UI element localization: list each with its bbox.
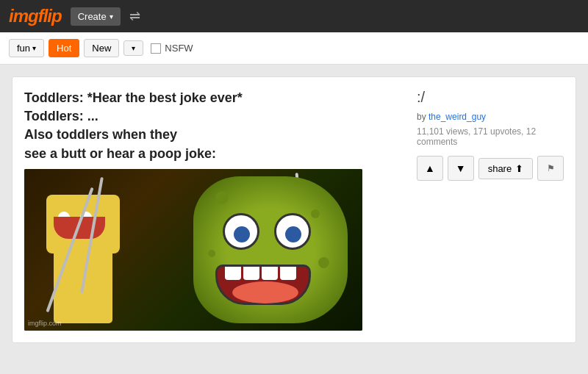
share-icon: ⬆ [515,163,523,174]
fun-filter-button[interactable]: fun ▾ [9,39,44,57]
meme-actions: ▲ ▼ share ⬆ ⚑ [417,156,564,181]
character-left [39,206,127,323]
upvote-button[interactable]: ▲ [417,156,443,181]
author-link[interactable]: the_weird_guy [429,112,486,122]
watermark: imgflip.com [28,320,62,327]
new-dropdown-button[interactable]: ▾ [123,40,143,56]
meme-caption: :/ [417,89,564,106]
meme-title: Toddlers: *Hear the best joke ever* Todd… [24,89,402,163]
share-label: share [488,163,512,174]
meme-right-panel: :/ by the_weird_guy 11,101 views, 171 up… [417,89,564,331]
logo: imgflip [9,6,62,26]
new-filter-button[interactable]: New [84,39,119,57]
header: imgflip Create ⇌ [0,0,588,32]
meme-image: imgflip.com [24,169,362,331]
fun-arrow-icon: ▾ [32,44,36,52]
character-right [186,169,355,331]
create-button[interactable]: Create [71,7,121,26]
nsfw-container: NSFW [151,43,193,54]
meme-author: by the_weird_guy [417,112,564,122]
filter-bar: fun ▾ Hot New ▾ NSFW [0,32,588,65]
downvote-button[interactable]: ▼ [448,156,474,181]
share-button[interactable]: share ⬆ [478,158,534,179]
meme-stats: 11,101 views, 171 upvotes, 12 comments [417,126,564,147]
logo-flip: flip [38,6,62,26]
flag-button[interactable]: ⚑ [537,156,564,181]
new-arrow-icon: ▾ [132,44,135,52]
shuffle-icon[interactable]: ⇌ [129,8,140,24]
nsfw-label: NSFW [165,43,193,54]
logo-img: img [9,6,38,26]
meme-left-panel: Toddlers: *Hear the best joke ever* Todd… [24,89,402,331]
hot-filter-button[interactable]: Hot [49,39,79,57]
main-content: Toddlers: *Hear the best joke ever* Todd… [0,65,588,355]
meme-card: Toddlers: *Hear the best joke ever* Todd… [12,76,576,343]
fun-label: fun [17,43,30,54]
nsfw-checkbox[interactable] [151,43,161,54]
